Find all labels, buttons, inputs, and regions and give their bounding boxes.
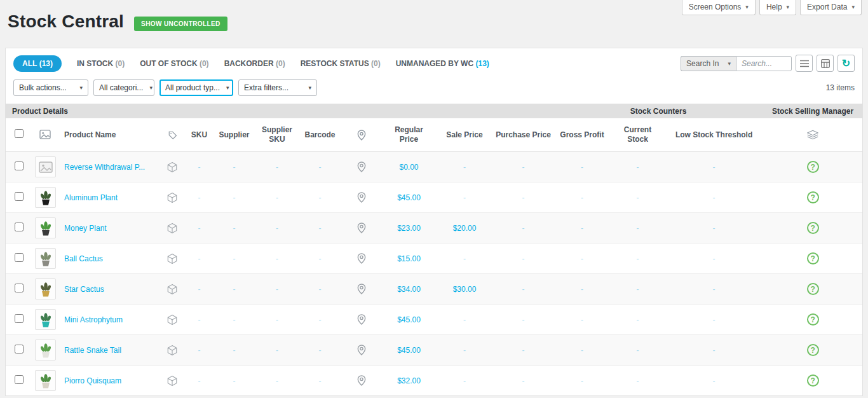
- tab-out-of-stock[interactable]: OUT OF STOCK (0): [140, 59, 208, 68]
- col-product-type: [159, 118, 185, 152]
- table-row: Rattle Snake Tail - - - - $45.00 - - - -…: [6, 335, 862, 366]
- col-sku: SKU: [185, 118, 214, 152]
- col-product-name: Product Name: [58, 118, 159, 152]
- row-checkbox[interactable]: [15, 314, 24, 323]
- product-name-link[interactable]: Mini Astrophytum: [64, 315, 123, 324]
- supplier-sku-cell: -: [255, 305, 299, 335]
- row-checkbox[interactable]: [15, 345, 24, 353]
- export-data-button[interactable]: Export Data ▾: [800, 0, 862, 15]
- chevron-down-icon: ▾: [308, 85, 311, 91]
- product-name-cell: Money Plant: [58, 213, 159, 244]
- location-pin-icon: [357, 253, 366, 264]
- product-name-link[interactable]: Aluminum Plant: [64, 193, 118, 202]
- supplier-cell: -: [214, 366, 255, 396]
- unmanaged-question-icon[interactable]: ?: [807, 222, 819, 234]
- sku-cell: -: [185, 244, 214, 274]
- product-name-link[interactable]: Reverse Withdrawal P...: [64, 163, 145, 172]
- row-select-cell: [6, 213, 32, 244]
- location-cell: [341, 274, 382, 305]
- product-name-link[interactable]: Rattle Snake Tail: [64, 346, 121, 355]
- product-name-link[interactable]: Star Cactus: [64, 285, 104, 294]
- search-input[interactable]: [736, 56, 792, 71]
- plant-photo: [37, 373, 54, 389]
- gross-profit-cell: -: [553, 244, 611, 274]
- row-thumb-cell: [32, 244, 58, 274]
- col-regular-price: Regular Price: [382, 118, 436, 152]
- current-stock-cell: -: [611, 152, 665, 182]
- regular-price-cell: $15.00: [382, 244, 436, 274]
- unmanaged-question-icon[interactable]: ?: [807, 191, 819, 203]
- tab-unmanaged-by-wc[interactable]: UNMANAGED BY WC (13): [396, 59, 489, 68]
- supplier-sku-cell: -: [255, 366, 299, 396]
- row-checkbox[interactable]: [15, 161, 24, 170]
- plant-photo: [37, 220, 54, 237]
- product-name-link[interactable]: Ball Cactus: [64, 254, 103, 263]
- row-checkbox[interactable]: [15, 192, 24, 201]
- row-select-cell: [6, 335, 32, 366]
- tab-all[interactable]: ALL (13): [13, 55, 62, 72]
- row-select-cell: [6, 152, 32, 182]
- screen-options-button[interactable]: Screen Options ▾: [682, 0, 756, 15]
- barcode-cell: -: [299, 274, 341, 305]
- current-stock-cell: -: [611, 305, 665, 335]
- col-purchase-price: Purchase Price: [493, 118, 553, 152]
- table-row: Mini Astrophytum - - - - $45.00 - - - - …: [6, 305, 862, 335]
- grid-view-button[interactable]: [817, 55, 834, 72]
- list-view-button[interactable]: [796, 55, 813, 72]
- unmanaged-question-icon[interactable]: ?: [807, 252, 819, 264]
- layers-icon: [807, 130, 818, 140]
- purchase-price-cell: -: [493, 182, 553, 213]
- sku-cell: -: [185, 274, 214, 305]
- unmanaged-question-icon[interactable]: ?: [807, 283, 819, 295]
- unmanaged-question-icon[interactable]: ?: [807, 313, 819, 326]
- gross-profit-cell: -: [553, 274, 611, 305]
- extra-filters-select[interactable]: Extra filters... ▾: [238, 79, 317, 96]
- tab-backorder[interactable]: BACKORDER (0): [224, 59, 285, 68]
- screen-options-label: Screen Options: [689, 3, 742, 11]
- row-checkbox[interactable]: [15, 223, 24, 231]
- help-button[interactable]: Help ▾: [759, 0, 796, 15]
- refresh-button[interactable]: ↻: [837, 55, 855, 72]
- low-stock-threshold-cell: -: [665, 152, 763, 182]
- purchase-price-cell: -: [493, 244, 553, 274]
- table-row: Aluminum Plant - - - - $45.00 - - - - - …: [6, 182, 862, 213]
- low-stock-threshold-cell: -: [665, 305, 763, 335]
- location-pin-icon: [357, 130, 366, 141]
- supplier-cell: -: [214, 152, 255, 182]
- product-name-link[interactable]: Money Plant: [64, 224, 107, 233]
- search-in-select[interactable]: Search In ▾: [681, 56, 736, 71]
- chevron-down-icon: ▾: [226, 85, 229, 91]
- row-checkbox[interactable]: [15, 284, 24, 292]
- tab-in-stock[interactable]: IN STOCK (0): [77, 59, 125, 68]
- stock-selling-manager-cell: ?: [763, 366, 862, 396]
- low-stock-threshold-cell: -: [665, 274, 763, 305]
- gross-profit-cell: -: [553, 335, 611, 366]
- location-pin-icon: [357, 345, 366, 355]
- row-thumb-cell: [32, 274, 58, 305]
- unmanaged-question-icon[interactable]: ?: [807, 374, 819, 387]
- unmanaged-question-icon[interactable]: ?: [807, 161, 819, 173]
- product-type-select[interactable]: All product typ... ▾: [159, 79, 233, 96]
- product-name-link[interactable]: Piorro Quisquam: [64, 376, 121, 385]
- categories-select[interactable]: All categori... ▾: [93, 79, 154, 96]
- items-count: 13 items: [826, 83, 855, 92]
- row-checkbox[interactable]: [15, 375, 24, 384]
- sku-cell: -: [185, 152, 214, 182]
- select-all-checkbox[interactable]: [15, 129, 24, 138]
- export-data-label: Export Data: [807, 3, 847, 11]
- barcode-cell: -: [299, 182, 341, 213]
- bulk-actions-select[interactable]: Bulk actions... ▾: [13, 79, 88, 96]
- image-icon: [39, 130, 51, 140]
- chevron-down-icon: ▾: [745, 4, 749, 10]
- sku-cell: -: [185, 182, 214, 213]
- unmanaged-question-icon[interactable]: ?: [807, 344, 819, 356]
- regular-price-cell: $45.00: [382, 182, 436, 213]
- current-stock-cell: -: [611, 366, 665, 396]
- row-checkbox[interactable]: [15, 253, 24, 262]
- row-select-cell: [6, 244, 32, 274]
- product-name-cell: Mini Astrophytum: [58, 305, 159, 335]
- tab-restock-status[interactable]: RESTOCK STATUS (0): [301, 59, 381, 68]
- show-uncontrolled-button[interactable]: SHOW UNCONTROLLED: [134, 17, 227, 31]
- filters-row: Bulk actions... ▾ All categori... ▾ All …: [6, 77, 862, 104]
- row-select-cell: [6, 366, 32, 396]
